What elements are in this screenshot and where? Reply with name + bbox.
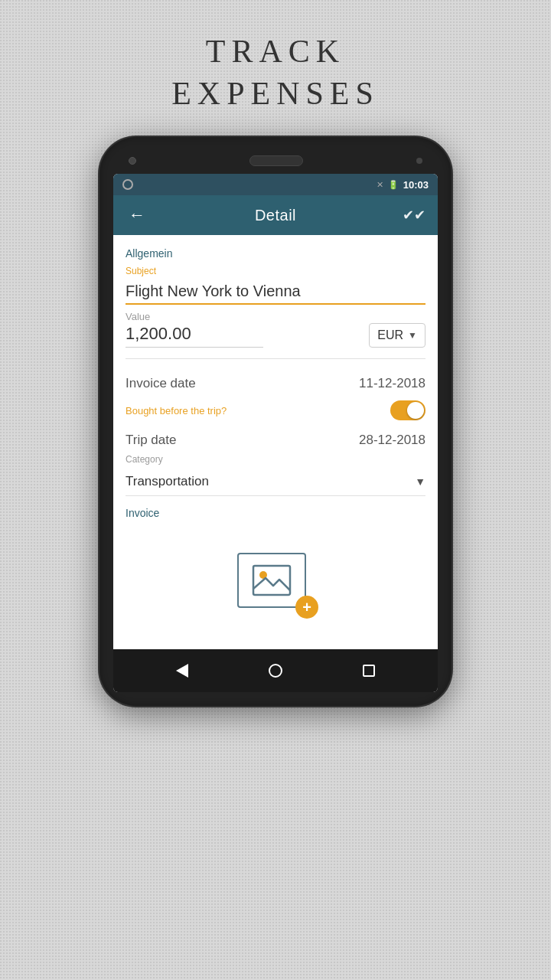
currency-text: EUR <box>377 328 403 342</box>
phone-screen: ✕ 🔋 10:03 ← Detail ✔✔ Allgemein Subject … <box>113 174 438 692</box>
bought-before-row: Bought before the trip? <box>126 397 425 426</box>
category-selector[interactable]: Transportation ▼ <box>126 468 425 496</box>
value-label: Value <box>126 311 263 322</box>
subject-input[interactable] <box>126 279 425 305</box>
add-image-circle: + <box>295 596 318 619</box>
amount-input[interactable] <box>126 324 263 348</box>
bottom-nav <box>113 649 438 692</box>
status-circle-icon <box>122 179 133 190</box>
invoice-section-label: Invoice <box>126 507 425 519</box>
section-allgemein: Allgemein <box>126 247 425 260</box>
currency-dropdown-icon: ▼ <box>408 330 417 341</box>
phone-shell: ✕ 🔋 10:03 ← Detail ✔✔ Allgemein Subject … <box>99 137 452 706</box>
toolbar-title: Detail <box>255 207 296 224</box>
home-circle-icon <box>269 664 282 678</box>
signal-icon: ✕ <box>377 180 383 190</box>
content-area: Allgemein Subject Value EUR ▼ Invoice da… <box>113 235 438 649</box>
speaker-icon <box>249 155 303 166</box>
divider-1 <box>126 358 425 359</box>
category-label: Category <box>126 454 425 465</box>
category-text: Transportation <box>126 474 209 489</box>
nav-back-button[interactable] <box>170 658 194 684</box>
bought-before-toggle[interactable] <box>390 400 425 420</box>
front-camera-icon <box>129 157 136 165</box>
confirm-button[interactable]: ✔✔ <box>403 207 425 224</box>
trip-date-value: 28-12-2018 <box>359 433 425 448</box>
invoice-date-value: 11-12-2018 <box>359 376 425 391</box>
category-dropdown-icon: ▼ <box>415 475 425 488</box>
svg-rect-0 <box>253 566 290 595</box>
status-bar: ✕ 🔋 10:03 <box>113 174 438 195</box>
invoice-date-label: Invoice date <box>126 376 196 391</box>
back-button[interactable]: ← <box>126 202 148 228</box>
image-frame <box>237 553 306 608</box>
sensor-icon <box>416 158 422 164</box>
toggle-knob <box>407 402 424 419</box>
subject-label: Subject <box>126 266 425 276</box>
page-title-block: Track Expenses <box>171 31 380 114</box>
image-placeholder-icon <box>252 564 292 596</box>
recents-square-icon <box>363 665 375 677</box>
nav-recents-button[interactable] <box>357 658 381 683</box>
nav-home-button[interactable] <box>262 658 289 684</box>
currency-selector[interactable]: EUR ▼ <box>369 323 425 348</box>
toolbar: ← Detail ✔✔ <box>113 195 438 235</box>
trip-date-row: Trip date 28-12-2018 <box>126 426 425 454</box>
bought-before-label: Bought before the trip? <box>126 405 227 416</box>
title-line2: Expenses <box>171 73 380 115</box>
invoice-date-row: Invoice date 11-12-2018 <box>126 370 425 397</box>
back-triangle-icon <box>176 664 188 678</box>
trip-date-label: Trip date <box>126 433 176 448</box>
battery-icon: 🔋 <box>388 180 399 190</box>
status-time: 10:03 <box>403 179 429 191</box>
add-image-button[interactable]: + <box>237 553 314 614</box>
title-line1: Track <box>171 31 380 73</box>
